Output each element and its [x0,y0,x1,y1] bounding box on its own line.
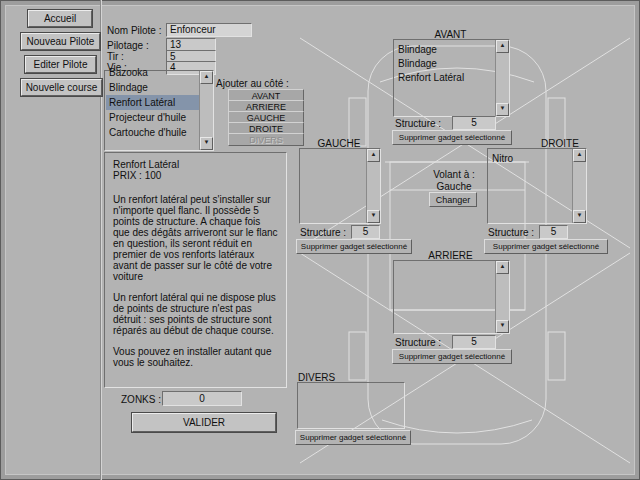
gadget-info-price: PRIX : 100 [113,170,278,181]
structure-label: Structure : [395,337,441,348]
pilot-name-input[interactable]: Enfonceur [166,23,252,37]
scrollbar[interactable]: ▲ ▼ [199,71,213,150]
arriere-gadget-list[interactable]: ▲ ▼ [393,260,510,334]
list-item[interactable]: Blindage [395,57,495,71]
list-item-projecteur-huile[interactable]: Projecteur d'huile [106,110,199,125]
add-divers-button: DIVERS [228,133,304,146]
sidebar-item-nouvelle-course[interactable]: Nouvelle course [21,79,102,96]
steering-change-button[interactable]: Changer [429,192,477,207]
gadget-info-panel: Renfort Latéral PRIX : 100 Un renfort la… [104,152,287,388]
avant-gadget-list[interactable]: Blindage Blindage Renfort Latéral ▲ ▼ [393,39,510,117]
structure-label: Structure : [488,227,534,238]
scroll-up-icon[interactable]: ▲ [573,149,586,162]
gadget-info-paragraph: Un renfort latéral qui ne dispose plus d… [113,292,278,336]
zonks-label: ZONKS : [121,394,161,405]
pilot-name-label: Nom Pilote : [107,25,161,36]
structure-label: Structure : [300,227,346,238]
scroll-down-icon[interactable]: ▼ [367,210,380,223]
list-item[interactable]: Renfort Latéral [395,71,495,85]
droite-structure-value: 5 [539,225,568,239]
steering-label: Volant à : [418,169,490,180]
sidebar-divider [100,0,101,480]
gadget-info-title: Renfort Latéral [113,159,278,170]
scrollbar[interactable]: ▲ ▼ [366,149,380,223]
scroll-up-icon[interactable]: ▲ [496,40,509,53]
scrollbar[interactable]: ▲ ▼ [572,149,586,223]
divers-gadget-list[interactable] [297,382,405,429]
avant-structure-value: 5 [452,116,496,130]
scrollbar[interactable]: ▲ ▼ [495,261,509,333]
scroll-up-icon[interactable]: ▲ [496,261,509,274]
list-item-blindage[interactable]: Blindage [106,80,199,95]
pilotage-label: Pilotage : [107,40,149,51]
scroll-down-icon[interactable]: ▼ [496,320,509,333]
scroll-down-icon[interactable]: ▼ [573,210,586,223]
gadget-info-paragraph: Un renfort latéral peut s'installer sur … [113,194,278,282]
game-window: Accueil Nouveau Pilote Editer Pilote Nou… [0,0,640,480]
list-item-renfort-lateral[interactable]: Renfort Latéral [106,95,199,110]
avant-remove-gadget-button[interactable]: Supprimer gadget sélectionné [392,130,512,145]
structure-label: Structure : [395,118,441,129]
droite-gadget-list[interactable]: Nitro ▲ ▼ [487,148,587,224]
scroll-up-icon[interactable]: ▲ [200,71,213,84]
arriere-structure-value: 5 [452,335,496,349]
gadget-catalogue-list[interactable]: Bazooka Blindage Renfort Latéral Project… [104,70,214,151]
add-to-side-label: Ajouter au côté : [216,78,289,89]
list-item[interactable]: Nitro [489,152,572,166]
list-item-cartouche-huile[interactable]: Cartouche d'huile [106,125,199,140]
sidebar-item-editer-pilote[interactable]: Editer Pilote [25,56,96,73]
list-item-bazooka[interactable]: Bazooka [106,65,199,80]
sidebar-item-nouveau-pilote[interactable]: Nouveau Pilote [21,33,100,50]
scrollbar[interactable]: ▲ ▼ [495,40,509,116]
list-item[interactable]: Blindage [395,43,495,57]
gauche-gadget-list[interactable]: ▲ ▼ [299,148,381,224]
gadget-info-paragraph: Vous pouvez en installer autant que vous… [113,346,278,368]
gauche-structure-value: 5 [351,225,380,239]
zonks-value-field: 0 [162,391,242,406]
scroll-down-icon[interactable]: ▼ [496,103,509,116]
scroll-down-icon[interactable]: ▼ [200,137,213,150]
tir-label: Tir : [107,51,124,62]
arriere-remove-gadget-button[interactable]: Supprimer gadget sélectionné [392,349,512,364]
steering-value: Gauche [418,181,490,192]
scroll-up-icon[interactable]: ▲ [367,149,380,162]
valider-button[interactable]: VALIDER [132,413,276,432]
sidebar-item-accueil[interactable]: Accueil [28,10,92,27]
divers-remove-gadget-button[interactable]: Supprimer gadget sélectionné [295,430,411,445]
